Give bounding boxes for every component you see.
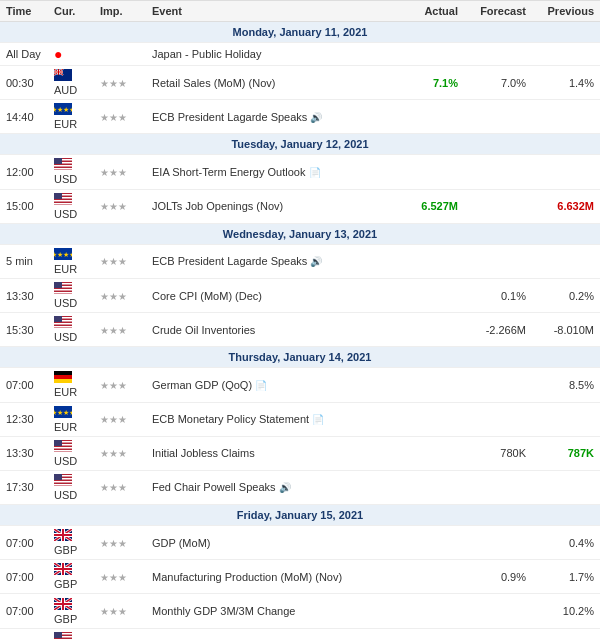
event-currency: USD [48, 278, 94, 312]
speaker-icon: 🔊 [310, 112, 322, 123]
currency-code: USD [54, 455, 77, 467]
day-label: Monday, January 11, 2021 [0, 22, 600, 43]
header-cur: Cur. [48, 1, 94, 22]
event-forecast: 0.1% [464, 278, 532, 312]
event-currency: ★★★★★★★★★★★★EUR [48, 100, 94, 134]
table-row: 07:00GBP★★★Manufacturing Production (MoM… [0, 560, 600, 594]
event-forecast [464, 155, 532, 189]
document-icon: 📄 [255, 380, 267, 391]
event-name[interactable]: German GDP (QoQ) 📄 [146, 368, 396, 402]
event-importance: ★★★ [94, 402, 146, 436]
event-name[interactable]: Crude Oil Inventories [146, 313, 396, 347]
currency-code: EUR [54, 263, 77, 275]
event-currency: ★★★★★★★★★★★★EUR [48, 402, 94, 436]
event-currency: GBP [48, 526, 94, 560]
event-currency: AUD [48, 66, 94, 100]
importance-stars: ★★★ [100, 291, 127, 302]
event-actual [396, 628, 464, 640]
svg-rect-19 [54, 158, 62, 164]
event-currency: GBP [48, 594, 94, 628]
svg-rect-1 [63, 69, 72, 81]
day-header: Monday, January 11, 2021 [0, 22, 600, 43]
event-forecast [464, 100, 532, 134]
currency-flag [54, 563, 72, 577]
event-forecast: 7.0% [464, 66, 532, 100]
svg-rect-67 [54, 534, 72, 536]
importance-stars: ★★★ [100, 201, 127, 212]
event-name[interactable]: EIA Short-Term Energy Outlook 📄 [146, 155, 396, 189]
event-name[interactable]: Core Retail Sales (MoM) (Dec) [146, 628, 396, 640]
currency-code: USD [54, 489, 77, 501]
event-actual [396, 470, 464, 504]
event-name[interactable]: GDP (MoM) [146, 526, 396, 560]
event-name[interactable]: Japan - Public Holiday [146, 43, 396, 66]
currency-code: USD [54, 331, 77, 343]
svg-rect-23 [54, 200, 72, 202]
event-forecast: 0.9% [464, 560, 532, 594]
event-name[interactable]: ECB Monetary Policy Statement 📄 [146, 402, 396, 436]
event-currency: USD [48, 436, 94, 470]
event-importance: ★★★ [94, 526, 146, 560]
currency-code: USD [54, 297, 77, 309]
header-forecast: Forecast [464, 1, 532, 22]
event-actual [396, 526, 464, 560]
table-row: 13:30USD★★★Core CPI (MoM) (Dec)0.1%0.2% [0, 278, 600, 312]
svg-rect-17 [54, 165, 72, 167]
importance-stars: ★★★ [100, 256, 127, 267]
event-time: 12:30 [0, 402, 48, 436]
event-previous [532, 155, 600, 189]
event-forecast [464, 402, 532, 436]
currency-flag [54, 598, 72, 612]
event-time: 07:00 [0, 526, 48, 560]
event-name[interactable]: ECB President Lagarde Speaks 🔊 [146, 100, 396, 134]
event-importance: ★★★ [94, 189, 146, 223]
svg-text:★★★★★★★★★★★★: ★★★★★★★★★★★★ [54, 106, 72, 113]
event-importance: ★★★ [94, 244, 146, 278]
currency-flag [54, 282, 72, 296]
event-importance: ★★★ [94, 313, 146, 347]
event-importance: ★★★ [94, 470, 146, 504]
table-row: 07:00GBP★★★Monthly GDP 3M/3M Change10.2% [0, 594, 600, 628]
event-forecast [464, 526, 532, 560]
currency-flag [54, 193, 72, 207]
table-row: 14:40★★★★★★★★★★★★EUR★★★ECB President Lag… [0, 100, 600, 134]
event-name[interactable]: Monthly GDP 3M/3M Change [146, 594, 396, 628]
svg-rect-43 [54, 379, 72, 383]
header-previous: Previous [532, 1, 600, 22]
event-name[interactable]: Fed Chair Powell Speaks 🔊 [146, 470, 396, 504]
event-name[interactable]: Manufacturing Production (MoM) (Nov) [146, 560, 396, 594]
event-previous [532, 43, 600, 66]
event-actual [396, 43, 464, 66]
event-name[interactable]: Core CPI (MoM) (Dec) [146, 278, 396, 312]
event-currency: ● [48, 43, 94, 66]
currency-code: USD [54, 208, 77, 220]
svg-rect-58 [54, 474, 62, 480]
event-forecast [464, 189, 532, 223]
table-row: 12:30★★★★★★★★★★★★EUR★★★ECB Monetary Poli… [0, 402, 600, 436]
event-previous: 0.4% [532, 526, 600, 560]
day-label: Thursday, January 14, 2021 [0, 347, 600, 368]
importance-stars: ★★★ [100, 167, 127, 178]
svg-rect-18 [54, 168, 72, 170]
header-imp: Imp. [94, 1, 146, 22]
event-name[interactable]: Initial Jobless Claims [146, 436, 396, 470]
table-row: 15:00USD★★★JOLTs Job Openings (Nov)6.527… [0, 189, 600, 223]
table-row: 5 min★★★★★★★★★★★★EUR★★★ECB President Lag… [0, 244, 600, 278]
table-row: 13:30USD★★★Initial Jobless Claims780K787… [0, 436, 600, 470]
event-name[interactable]: Retail Sales (MoM) (Nov) [146, 66, 396, 100]
day-header: Tuesday, January 12, 2021 [0, 134, 600, 155]
event-currency: USD [48, 155, 94, 189]
importance-stars: ★★★ [100, 606, 127, 617]
event-name[interactable]: ECB President Lagarde Speaks 🔊 [146, 244, 396, 278]
currency-code: AUD [54, 84, 77, 96]
event-actual [396, 368, 464, 402]
actual-value: 7.1% [433, 77, 458, 89]
event-importance: ★★★ [94, 155, 146, 189]
event-previous: 1.7% [532, 560, 600, 594]
event-currency: EUR [48, 368, 94, 402]
event-name[interactable]: JOLTs Job Openings (Nov) [146, 189, 396, 223]
currency-flag: ★★★★★★★★★★★★ [54, 248, 72, 262]
event-currency: GBP [48, 560, 94, 594]
event-previous [532, 470, 600, 504]
document-icon: 📄 [309, 167, 321, 178]
